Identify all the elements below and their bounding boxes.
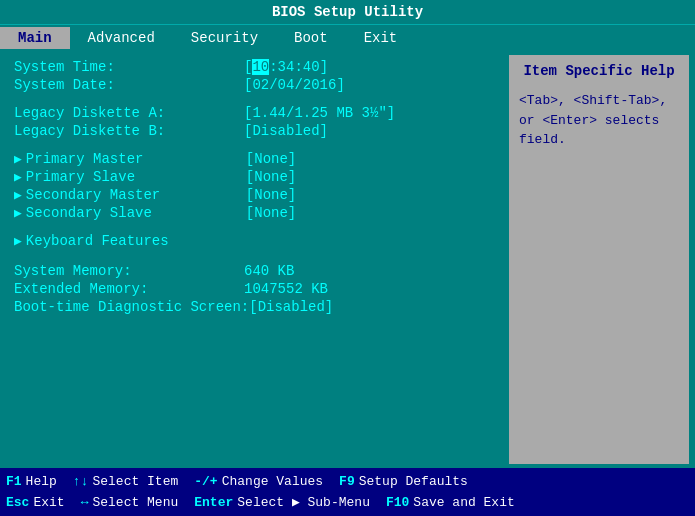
legacy-diskette-a-value: [1.44/1.25 MB 3½"] — [244, 105, 395, 121]
key-f9-label: F9 — [339, 474, 355, 489]
key-f10-desc: Save and Exit — [413, 495, 514, 510]
key-plusminus: -/+ Change Values — [194, 474, 323, 489]
menu-item-security[interactable]: Security — [173, 27, 276, 49]
system-time-label: System Time: — [14, 59, 244, 75]
boot-diag-label: Boot-time Diagnostic Screen: — [14, 299, 249, 315]
secondary-master-arrow: ▶ — [14, 187, 22, 203]
secondary-slave-arrow: ▶ — [14, 205, 22, 221]
left-panel: System Time: [10:34:40] System Date: [02… — [6, 55, 503, 464]
key-f10: F10 Save and Exit — [386, 495, 515, 510]
bottom-row-1: F1 Help ↑↓ Select Item -/+ Change Values… — [6, 471, 689, 492]
extended-memory-value: 1047552 KB — [244, 281, 328, 297]
keyboard-features-arrow: ▶ — [14, 233, 22, 249]
system-time-row: System Time: [10:34:40] — [14, 59, 495, 75]
extended-memory-label: Extended Memory: — [14, 281, 244, 297]
bottom-bar: F1 Help ↑↓ Select Item -/+ Change Values… — [0, 468, 695, 516]
primary-slave-label: Primary Slave — [26, 169, 246, 185]
secondary-slave-label: Secondary Slave — [26, 205, 246, 221]
content-area: System Time: [10:34:40] System Date: [02… — [0, 51, 695, 468]
key-f9-desc: Setup Defaults — [359, 474, 468, 489]
system-date-label: System Date: — [14, 77, 244, 93]
secondary-master-value: [None] — [246, 187, 296, 203]
menu-item-main[interactable]: Main — [0, 27, 70, 49]
legacy-diskette-b-value: [Disabled] — [244, 123, 328, 139]
key-updown: ↑↓ Select Item — [73, 474, 178, 489]
key-f9: F9 Setup Defaults — [339, 474, 468, 489]
key-enter-label: Enter — [194, 495, 233, 510]
key-plusminus-desc: Change Values — [222, 474, 323, 489]
boot-diag-row: Boot-time Diagnostic Screen: [Disabled] — [14, 299, 495, 315]
title-bar: BIOS Setup Utility — [0, 0, 695, 24]
primary-master-arrow: ▶ — [14, 151, 22, 167]
secondary-slave-value: [None] — [246, 205, 296, 221]
menu-item-exit[interactable]: Exit — [346, 27, 416, 49]
key-leftright: ↔ Select Menu — [81, 495, 179, 510]
legacy-diskette-b-row: Legacy Diskette B: [Disabled] — [14, 123, 495, 139]
key-enter: Enter Select ▶ Sub-Menu — [194, 494, 370, 510]
key-updown-desc: Select Item — [92, 474, 178, 489]
system-time-value: [10:34:40] — [244, 59, 328, 75]
key-plusminus-symbol: -/+ — [194, 474, 217, 489]
keyboard-features-row[interactable]: ▶ Keyboard Features — [14, 233, 495, 251]
key-esc-label: Esc — [6, 495, 29, 510]
system-memory-value: 640 KB — [244, 263, 294, 279]
keyboard-features-label: Keyboard Features — [26, 233, 169, 249]
system-date-row: System Date: [02/04/2016] — [14, 77, 495, 93]
legacy-diskette-a-row: Legacy Diskette A: [1.44/1.25 MB 3½"] — [14, 105, 495, 121]
legacy-diskette-b-label: Legacy Diskette B: — [14, 123, 244, 139]
app-title: BIOS Setup Utility — [272, 4, 423, 20]
system-time-cursor: 10 — [252, 59, 269, 75]
help-text: <Tab>, <Shift-Tab>, or <Enter> selects f… — [519, 91, 679, 150]
key-enter-desc: Select ▶ Sub-Menu — [237, 494, 370, 510]
secondary-master-label: Secondary Master — [26, 187, 246, 203]
legacy-diskette-a-label: Legacy Diskette A: — [14, 105, 244, 121]
help-title: Item Specific Help — [519, 63, 679, 79]
bios-setup-utility: BIOS Setup Utility Main Advanced Securit… — [0, 0, 695, 516]
extended-memory-row: Extended Memory: 1047552 KB — [14, 281, 495, 297]
primary-slave-arrow: ▶ — [14, 169, 22, 185]
primary-master-value: [None] — [246, 151, 296, 167]
secondary-slave-row[interactable]: ▶ Secondary Slave [None] — [14, 205, 495, 221]
key-leftright-desc: Select Menu — [92, 495, 178, 510]
help-panel: Item Specific Help <Tab>, <Shift-Tab>, o… — [509, 55, 689, 464]
key-leftright-symbol: ↔ — [81, 495, 89, 510]
key-updown-symbol: ↑↓ — [73, 474, 89, 489]
primary-slave-value: [None] — [246, 169, 296, 185]
secondary-master-row[interactable]: ▶ Secondary Master [None] — [14, 187, 495, 203]
key-f10-label: F10 — [386, 495, 409, 510]
key-f1-desc: Help — [26, 474, 57, 489]
primary-master-label: Primary Master — [26, 151, 246, 167]
menu-bar[interactable]: Main Advanced Security Boot Exit — [0, 24, 695, 51]
key-f1: F1 Help — [6, 474, 57, 489]
key-esc-desc: Exit — [33, 495, 64, 510]
menu-item-boot[interactable]: Boot — [276, 27, 346, 49]
boot-diag-value: [Disabled] — [249, 299, 333, 315]
primary-slave-row[interactable]: ▶ Primary Slave [None] — [14, 169, 495, 185]
primary-master-row[interactable]: ▶ Primary Master [None] — [14, 151, 495, 167]
bottom-row-2: Esc Exit ↔ Select Menu Enter Select ▶ Su… — [6, 492, 689, 514]
key-esc: Esc Exit — [6, 495, 65, 510]
system-memory-label: System Memory: — [14, 263, 244, 279]
system-date-value: [02/04/2016] — [244, 77, 345, 93]
key-f1-label: F1 — [6, 474, 22, 489]
system-memory-row: System Memory: 640 KB — [14, 263, 495, 279]
menu-item-advanced[interactable]: Advanced — [70, 27, 173, 49]
